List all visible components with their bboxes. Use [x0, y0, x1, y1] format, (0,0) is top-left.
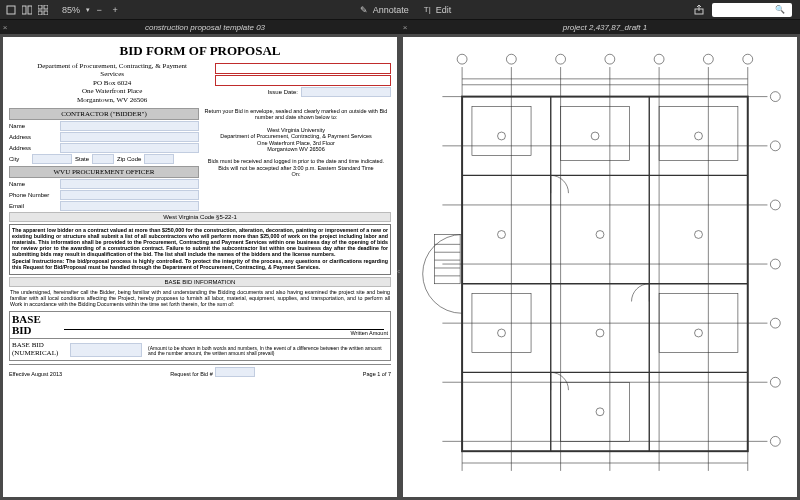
floor-plan-drawing — [403, 37, 797, 497]
view-grid-icon[interactable] — [36, 3, 50, 17]
svg-point-21 — [743, 54, 753, 64]
svg-point-61 — [596, 231, 604, 239]
officer-name-label: Name — [9, 181, 57, 187]
edit-button[interactable]: Edit — [433, 5, 455, 15]
search-input[interactable] — [715, 5, 775, 14]
basebid-num-label: BASE BID (NUMERICAL) — [12, 341, 70, 357]
svg-rect-6 — [44, 11, 48, 15]
city-field[interactable] — [32, 154, 72, 164]
instr-city: Morgantown WV 26506 — [203, 146, 389, 152]
svg-point-11 — [506, 54, 516, 64]
phone-field[interactable] — [60, 190, 199, 200]
top-field-1[interactable] — [215, 63, 391, 74]
svg-point-57 — [498, 132, 506, 140]
contractor-header: CONTRACTOR ("BIDDER") — [9, 108, 199, 120]
svg-point-29 — [770, 259, 780, 269]
legal-text-block: The apparent low bidder on a contract va… — [9, 224, 391, 275]
phone-label: Phone Number — [9, 192, 57, 198]
svg-point-63 — [498, 329, 506, 337]
search-icon[interactable]: 🔍 — [775, 5, 785, 14]
dept-line2: Services — [9, 70, 215, 78]
instr-p1: Return your Bid in envelope, sealed and … — [203, 108, 389, 121]
floor-plan-page — [403, 37, 797, 497]
instr-on: On: — [203, 171, 389, 177]
contractor-addr1-field[interactable] — [60, 132, 199, 142]
share-icon[interactable] — [692, 3, 706, 17]
svg-point-65 — [695, 329, 703, 337]
contractor-addr2-field[interactable] — [60, 143, 199, 153]
svg-point-64 — [596, 329, 604, 337]
state-field[interactable] — [92, 154, 114, 164]
po-box: PO Box 6024 — [9, 79, 215, 87]
svg-point-25 — [770, 141, 780, 151]
svg-rect-42 — [472, 106, 531, 155]
request-bid-field[interactable] — [215, 367, 255, 377]
contractor-name-field[interactable] — [60, 121, 199, 131]
effective-date: Effective August 2013 — [9, 371, 62, 377]
chevron-down-icon[interactable]: ▾ — [86, 6, 90, 14]
dept-address-block: Department of Procurement, Contracting, … — [9, 62, 215, 104]
view-single-icon[interactable] — [4, 3, 18, 17]
request-bid-label: Request for Bid # — [170, 371, 213, 377]
svg-point-33 — [770, 377, 780, 387]
top-field-2[interactable] — [215, 75, 391, 86]
svg-point-13 — [556, 54, 566, 64]
svg-rect-47 — [561, 382, 630, 441]
written-amount-line[interactable] — [64, 318, 384, 330]
page-number: Page 1 of 7 — [363, 371, 391, 377]
annotate-icon[interactable]: ✎ — [360, 5, 368, 15]
addr1: One Waterfront Place — [9, 87, 215, 95]
svg-point-9 — [457, 54, 467, 64]
legal-2: Special Instructions: The bid/proposal p… — [12, 258, 388, 270]
tab-right[interactable]: project 2,437,87_draft 1 — [410, 23, 800, 32]
email-field[interactable] — [60, 201, 199, 211]
svg-point-17 — [654, 54, 664, 64]
svg-rect-3 — [38, 5, 42, 9]
svg-point-19 — [703, 54, 713, 64]
svg-point-59 — [695, 132, 703, 140]
top-toolbar: 85% ▾ − + ✎ Annotate T| Edit 🔍 — [0, 0, 800, 20]
svg-point-58 — [591, 132, 599, 140]
svg-point-31 — [770, 318, 780, 328]
svg-point-62 — [695, 231, 703, 239]
edit-icon[interactable]: T| — [424, 5, 431, 14]
zip-field[interactable] — [144, 154, 174, 164]
email-label: Email — [9, 203, 57, 209]
wv-code-header: West Virginia Code §5-22-1 — [9, 212, 391, 222]
svg-rect-0 — [7, 6, 15, 14]
name-label: Name — [9, 123, 57, 129]
officer-name-field[interactable] — [60, 179, 199, 189]
svg-point-60 — [498, 231, 506, 239]
svg-rect-1 — [22, 6, 26, 14]
zoom-out-button[interactable]: − — [92, 3, 106, 17]
svg-point-35 — [770, 436, 780, 446]
tab-close-right[interactable]: × — [400, 23, 410, 32]
instr-p2: Bids must be received and logged in prio… — [203, 158, 389, 171]
tab-left[interactable]: construction proposal template 03 — [10, 23, 400, 32]
svg-rect-4 — [44, 5, 48, 9]
base-bid-word1: BASE — [12, 314, 60, 325]
dept-line: Department of Procurement, Contracting, … — [9, 62, 215, 70]
svg-point-23 — [770, 92, 780, 102]
svg-point-27 — [770, 200, 780, 210]
form-title: BID FORM OF PROPOSAL — [9, 43, 391, 59]
svg-rect-2 — [28, 6, 32, 14]
basebid-num-note: (Amount to be shown in both words and nu… — [142, 346, 388, 357]
zoom-value[interactable]: 85% — [58, 5, 84, 15]
annotate-button[interactable]: Annotate — [370, 5, 412, 15]
left-pane: BID FORM OF PROPOSAL Department of Procu… — [0, 34, 400, 500]
addr2: Morgantown, WV 26506 — [9, 96, 215, 104]
issue-date-field[interactable] — [301, 87, 391, 97]
written-amount-label: Written Amount — [60, 330, 388, 336]
svg-rect-5 — [38, 11, 42, 15]
basebid-num-field[interactable] — [70, 343, 142, 357]
svg-point-15 — [605, 54, 615, 64]
zoom-in-button[interactable]: + — [108, 3, 122, 17]
instr-dept: Department of Procurement, Contracting, … — [203, 133, 389, 139]
address-label-1: Address — [9, 134, 57, 140]
view-dual-icon[interactable] — [20, 3, 34, 17]
svg-rect-36 — [462, 97, 748, 452]
tab-close-left[interactable]: × — [0, 23, 10, 32]
basebid-text: The undersigned, hereinafter call the Bi… — [9, 287, 391, 309]
city-label: City — [9, 156, 29, 162]
